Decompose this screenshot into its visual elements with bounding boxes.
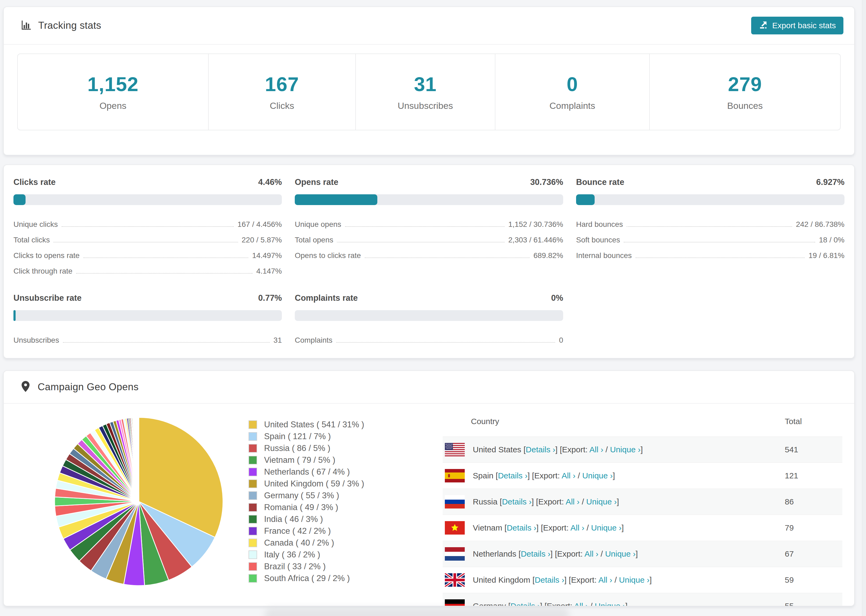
legend-label: Canada ( 40 / 2% ) bbox=[264, 538, 334, 548]
country-row-gb: United Kingdom [Details ›] [Export: All … bbox=[443, 567, 842, 593]
geo-pie-chart[interactable] bbox=[49, 412, 228, 591]
dotted-leader bbox=[336, 342, 555, 343]
country-row-vn: Vietnam [Details ›] [Export: All › / Uni… bbox=[443, 515, 842, 541]
export-unique-link[interactable]: Unique › bbox=[605, 549, 636, 558]
legend-label: United States ( 541 / 31% ) bbox=[264, 420, 364, 429]
rate-row: Unsubscribes 31 bbox=[13, 332, 282, 347]
export-all-link[interactable]: All › bbox=[574, 602, 588, 606]
dotted-leader bbox=[345, 226, 505, 227]
legend-swatch bbox=[249, 539, 257, 547]
legend-label: United Kingdom ( 59 / 3% ) bbox=[264, 479, 364, 489]
rate-row: Clicks to opens rate 14.497% bbox=[13, 247, 282, 262]
complaints-rate-panel: Complaints rate 0% Complaints 0 bbox=[295, 293, 563, 347]
opens-rate-value: 30.736% bbox=[531, 178, 563, 187]
rate-row-value: 18 / 0% bbox=[819, 236, 844, 244]
opens-rate-progressbar bbox=[295, 194, 563, 205]
rate-row-value: 220 / 5.87% bbox=[242, 236, 282, 244]
unsubscribe-rate-title: Unsubscribe rate bbox=[13, 293, 82, 303]
rate-row-label: Opens to clicks rate bbox=[295, 251, 361, 260]
legend-item: Russia ( 86 / 5% ) bbox=[249, 442, 364, 454]
legend-label: France ( 42 / 2% ) bbox=[264, 526, 331, 536]
legend-item: United Kingdom ( 59 / 3% ) bbox=[249, 478, 364, 490]
rate-row-label: Unique opens bbox=[295, 220, 341, 229]
stat-unsubscribes: 31 Unsubscribes bbox=[355, 54, 495, 130]
complaints-count: 0 bbox=[567, 73, 578, 96]
stats-summary: 1,152 Opens 167 Clicks 31 Unsubscribes 0… bbox=[17, 53, 841, 130]
bounce-rate-progressbar bbox=[576, 194, 844, 205]
export-all-link[interactable]: All › bbox=[565, 497, 579, 506]
country-total: 79 bbox=[785, 523, 842, 533]
flag-gb-icon bbox=[445, 573, 465, 587]
complaints-rate-progressbar bbox=[295, 310, 563, 321]
dotted-leader bbox=[54, 242, 238, 242]
details-link[interactable]: Details › bbox=[510, 602, 540, 606]
legend-swatch bbox=[249, 468, 257, 476]
export-unique-link[interactable]: Unique › bbox=[586, 497, 617, 506]
legend-swatch bbox=[249, 550, 257, 559]
legend-item: Netherlands ( 67 / 4% ) bbox=[249, 466, 364, 478]
clicks-rate-panel: Clicks rate 4.46% Unique clicks 167 / 4.… bbox=[13, 178, 282, 278]
legend-label: Romania ( 49 / 3% ) bbox=[264, 503, 339, 512]
opens-rate-title: Opens rate bbox=[295, 178, 339, 187]
legend-item: Vietnam ( 79 / 5% ) bbox=[249, 454, 364, 466]
map-pin-icon bbox=[20, 380, 31, 393]
country-name: Spain bbox=[473, 471, 493, 480]
details-link[interactable]: Details › bbox=[526, 445, 555, 454]
legend-item: Germany ( 55 / 3% ) bbox=[249, 490, 364, 501]
country-cell: Vietnam [Details ›] [Export: All › / Uni… bbox=[473, 523, 785, 533]
tracking-stats-header: Tracking stats Export basic stats bbox=[4, 7, 854, 45]
rate-row-value: 2,303 / 61.446% bbox=[508, 236, 563, 244]
details-link[interactable]: Details › bbox=[507, 523, 536, 532]
clicks-rate-value: 4.46% bbox=[258, 178, 282, 187]
unsubscribes-count: 31 bbox=[414, 73, 436, 96]
geo-table: Country Total United States [Details ›] … bbox=[443, 404, 842, 606]
export-all-link[interactable]: All › bbox=[589, 445, 603, 454]
rate-row-label: Unique clicks bbox=[13, 220, 58, 229]
country-row-es: Spain [Details ›] [Export: All › / Uniqu… bbox=[443, 462, 842, 489]
rate-row-value: 0 bbox=[559, 336, 563, 344]
export-all-link[interactable]: All › bbox=[570, 523, 584, 532]
export-all-link[interactable]: All › bbox=[562, 471, 576, 480]
dotted-leader bbox=[337, 242, 505, 242]
geo-opens-card: Campaign Geo Opens United States ( 541 /… bbox=[3, 370, 855, 606]
pie-slice[interactable] bbox=[139, 417, 139, 501]
legend-label: South Africa ( 29 / 2% ) bbox=[264, 574, 350, 583]
legend-label: Netherlands ( 67 / 4% ) bbox=[264, 467, 350, 477]
export-all-link[interactable]: All › bbox=[584, 549, 598, 558]
opens-count: 1,152 bbox=[87, 73, 139, 96]
stat-clicks: 167 Clicks bbox=[208, 54, 355, 130]
details-link[interactable]: Details › bbox=[535, 575, 564, 584]
export-unique-link[interactable]: Unique › bbox=[619, 575, 650, 584]
details-link[interactable]: Details › bbox=[521, 549, 550, 558]
country-name: United Kingdom bbox=[473, 575, 530, 584]
country-cell: Germany [Details ›] [Export: All › / Uni… bbox=[473, 602, 785, 606]
tracking-stats-card: Tracking stats Export basic stats 1,152 … bbox=[3, 6, 855, 156]
export-unique-link[interactable]: Unique › bbox=[610, 445, 640, 454]
export-unique-link[interactable]: Unique › bbox=[595, 602, 625, 606]
country-column-header: Country bbox=[471, 417, 785, 426]
scrollbar-track[interactable] bbox=[862, 0, 866, 616]
legend-swatch bbox=[249, 420, 257, 429]
export-icon bbox=[759, 20, 768, 31]
rate-row-value: 14.497% bbox=[252, 251, 282, 260]
export-unique-link[interactable]: Unique › bbox=[582, 471, 612, 480]
stat-opens: 1,152 Opens bbox=[18, 54, 208, 130]
details-link[interactable]: Details › bbox=[498, 471, 527, 480]
export-unique-link[interactable]: Unique › bbox=[591, 523, 622, 532]
flag-nl-icon bbox=[445, 547, 465, 561]
page-smudge bbox=[265, 608, 569, 616]
bounces-count: 279 bbox=[728, 73, 762, 96]
country-cell: Russia [Details ›] [Export: All › / Uniq… bbox=[473, 497, 785, 506]
country-cell: United Kingdom [Details ›] [Export: All … bbox=[473, 575, 785, 585]
export-all-link[interactable]: All › bbox=[598, 575, 612, 584]
legend-item: France ( 42 / 2% ) bbox=[249, 525, 364, 537]
export-basic-stats-button[interactable]: Export basic stats bbox=[751, 17, 843, 35]
legend-label: Brazil ( 33 / 2% ) bbox=[264, 562, 326, 571]
export-button-label: Export basic stats bbox=[772, 21, 836, 30]
bounce-rate-value: 6.927% bbox=[816, 178, 844, 187]
bar-chart-icon bbox=[20, 19, 32, 32]
legend-swatch bbox=[249, 527, 257, 535]
rate-row: Internal bounces 19 / 6.81% bbox=[576, 247, 844, 262]
details-link[interactable]: Details › bbox=[502, 497, 531, 506]
legend-swatch bbox=[249, 515, 257, 523]
